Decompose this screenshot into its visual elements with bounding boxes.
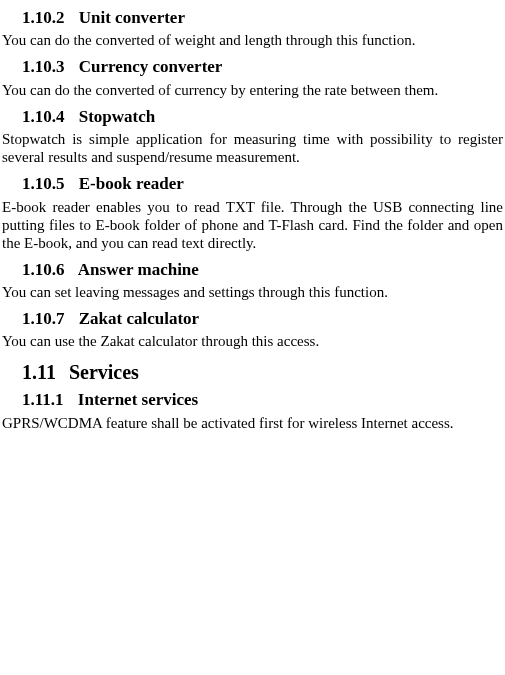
- paragraph: Stopwatch is simple application for meas…: [2, 130, 503, 166]
- paragraph: You can set leaving messages and setting…: [2, 283, 503, 301]
- heading-services: 1.11 Services: [2, 360, 503, 384]
- section-number: 1.10.4: [22, 107, 65, 127]
- section-title: Zakat calculator: [79, 309, 199, 328]
- section-number: 1.10.3: [22, 57, 65, 77]
- heading-zakat-calculator: 1.10.7 Zakat calculator: [2, 309, 503, 329]
- section-title: E-book reader: [79, 174, 184, 193]
- section-number: 1.10.6: [22, 260, 65, 280]
- heading-answer-machine: 1.10.6 Answer machine: [2, 260, 503, 280]
- paragraph: You can do the converted of currency by …: [2, 81, 503, 99]
- section-title: Internet services: [78, 390, 198, 409]
- document-page: 1.10.2 Unit converter You can do the con…: [0, 0, 505, 438]
- paragraph: You can use the Zakat calculator through…: [2, 332, 503, 350]
- section-title: Unit converter: [79, 8, 185, 27]
- section-title: Answer machine: [78, 260, 199, 279]
- section-number: 1.10.2: [22, 8, 65, 28]
- paragraph: You can do the converted of weight and l…: [2, 31, 503, 49]
- paragraph: E-book reader enables you to read TXT fi…: [2, 198, 503, 252]
- section-number: 1.10.5: [22, 174, 65, 194]
- heading-stopwatch: 1.10.4 Stopwatch: [2, 107, 503, 127]
- heading-ebook-reader: 1.10.5 E-book reader: [2, 174, 503, 194]
- section-title: Currency converter: [79, 57, 223, 76]
- heading-internet-services: 1.11.1 Internet services: [2, 390, 503, 410]
- heading-currency-converter: 1.10.3 Currency converter: [2, 57, 503, 77]
- section-title: Services: [69, 361, 139, 383]
- section-number: 1.11.1: [22, 390, 64, 410]
- paragraph: GPRS/WCDMA feature shall be activated fi…: [2, 414, 503, 432]
- section-number: 1.11: [22, 360, 56, 384]
- section-number: 1.10.7: [22, 309, 65, 329]
- heading-unit-converter: 1.10.2 Unit converter: [2, 8, 503, 28]
- section-title: Stopwatch: [79, 107, 156, 126]
